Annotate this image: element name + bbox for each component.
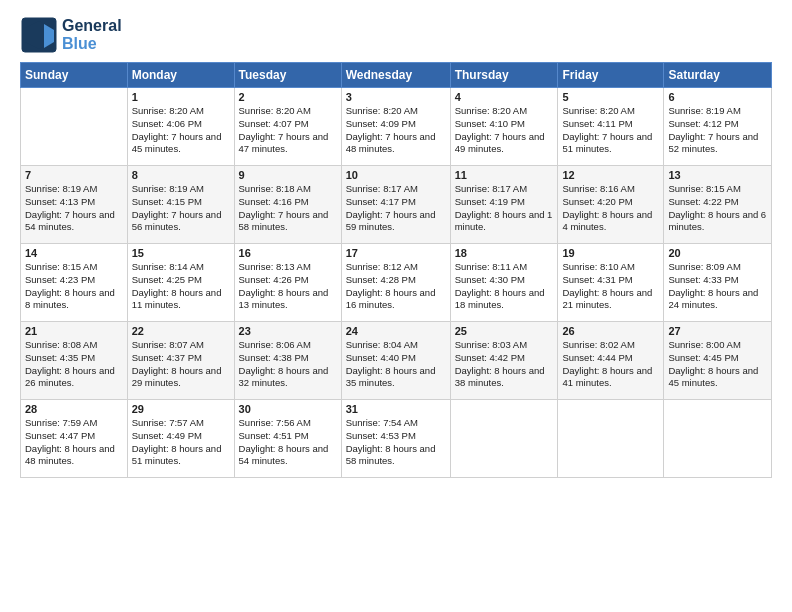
day-info: Sunrise: 8:00 AMSunset: 4:45 PMDaylight:… — [668, 339, 767, 390]
day-number: 17 — [346, 247, 446, 259]
calendar-cell: 12 Sunrise: 8:16 AMSunset: 4:20 PMDaylig… — [558, 166, 664, 244]
calendar-cell: 26 Sunrise: 8:02 AMSunset: 4:44 PMDaylig… — [558, 322, 664, 400]
day-info: Sunrise: 8:04 AMSunset: 4:40 PMDaylight:… — [346, 339, 446, 390]
header-cell-tuesday: Tuesday — [234, 63, 341, 88]
day-number: 31 — [346, 403, 446, 415]
week-row-4: 21 Sunrise: 8:08 AMSunset: 4:35 PMDaylig… — [21, 322, 772, 400]
calendar-cell: 28 Sunrise: 7:59 AMSunset: 4:47 PMDaylig… — [21, 400, 128, 478]
logo-line1: General — [62, 17, 122, 35]
calendar-cell: 8 Sunrise: 8:19 AMSunset: 4:15 PMDayligh… — [127, 166, 234, 244]
day-number: 1 — [132, 91, 230, 103]
calendar-cell — [450, 400, 558, 478]
calendar-cell: 22 Sunrise: 8:07 AMSunset: 4:37 PMDaylig… — [127, 322, 234, 400]
calendar-cell: 3 Sunrise: 8:20 AMSunset: 4:09 PMDayligh… — [341, 88, 450, 166]
day-number: 22 — [132, 325, 230, 337]
calendar-cell — [664, 400, 772, 478]
header-cell-thursday: Thursday — [450, 63, 558, 88]
day-info: Sunrise: 7:56 AMSunset: 4:51 PMDaylight:… — [239, 417, 337, 468]
calendar-cell: 31 Sunrise: 7:54 AMSunset: 4:53 PMDaylig… — [341, 400, 450, 478]
day-info: Sunrise: 8:11 AMSunset: 4:30 PMDaylight:… — [455, 261, 554, 312]
day-number: 14 — [25, 247, 123, 259]
calendar-cell: 17 Sunrise: 8:12 AMSunset: 4:28 PMDaylig… — [341, 244, 450, 322]
day-number: 6 — [668, 91, 767, 103]
calendar-cell: 15 Sunrise: 8:14 AMSunset: 4:25 PMDaylig… — [127, 244, 234, 322]
day-info: Sunrise: 7:54 AMSunset: 4:53 PMDaylight:… — [346, 417, 446, 468]
day-number: 4 — [455, 91, 554, 103]
day-number: 8 — [132, 169, 230, 181]
calendar-cell: 5 Sunrise: 8:20 AMSunset: 4:11 PMDayligh… — [558, 88, 664, 166]
calendar-cell: 7 Sunrise: 8:19 AMSunset: 4:13 PMDayligh… — [21, 166, 128, 244]
week-row-2: 7 Sunrise: 8:19 AMSunset: 4:13 PMDayligh… — [21, 166, 772, 244]
logo-icon — [20, 16, 58, 54]
day-number: 9 — [239, 169, 337, 181]
day-number: 18 — [455, 247, 554, 259]
calendar-cell: 27 Sunrise: 8:00 AMSunset: 4:45 PMDaylig… — [664, 322, 772, 400]
day-info: Sunrise: 8:20 AMSunset: 4:09 PMDaylight:… — [346, 105, 446, 156]
week-row-5: 28 Sunrise: 7:59 AMSunset: 4:47 PMDaylig… — [21, 400, 772, 478]
day-number: 25 — [455, 325, 554, 337]
day-info: Sunrise: 8:19 AMSunset: 4:15 PMDaylight:… — [132, 183, 230, 234]
day-info: Sunrise: 8:15 AMSunset: 4:23 PMDaylight:… — [25, 261, 123, 312]
header-cell-monday: Monday — [127, 63, 234, 88]
day-info: Sunrise: 8:17 AMSunset: 4:17 PMDaylight:… — [346, 183, 446, 234]
day-number: 26 — [562, 325, 659, 337]
day-info: Sunrise: 8:02 AMSunset: 4:44 PMDaylight:… — [562, 339, 659, 390]
header-cell-friday: Friday — [558, 63, 664, 88]
day-number: 19 — [562, 247, 659, 259]
day-number: 11 — [455, 169, 554, 181]
day-info: Sunrise: 8:12 AMSunset: 4:28 PMDaylight:… — [346, 261, 446, 312]
day-info: Sunrise: 8:18 AMSunset: 4:16 PMDaylight:… — [239, 183, 337, 234]
day-number: 16 — [239, 247, 337, 259]
calendar-cell: 11 Sunrise: 8:17 AMSunset: 4:19 PMDaylig… — [450, 166, 558, 244]
logo-line2: Blue — [62, 35, 122, 53]
day-number: 10 — [346, 169, 446, 181]
day-info: Sunrise: 8:06 AMSunset: 4:38 PMDaylight:… — [239, 339, 337, 390]
day-number: 27 — [668, 325, 767, 337]
day-info: Sunrise: 8:20 AMSunset: 4:07 PMDaylight:… — [239, 105, 337, 156]
day-number: 5 — [562, 91, 659, 103]
calendar-cell: 18 Sunrise: 8:11 AMSunset: 4:30 PMDaylig… — [450, 244, 558, 322]
calendar-cell: 21 Sunrise: 8:08 AMSunset: 4:35 PMDaylig… — [21, 322, 128, 400]
calendar-cell: 24 Sunrise: 8:04 AMSunset: 4:40 PMDaylig… — [341, 322, 450, 400]
calendar-cell: 9 Sunrise: 8:18 AMSunset: 4:16 PMDayligh… — [234, 166, 341, 244]
day-info: Sunrise: 8:10 AMSunset: 4:31 PMDaylight:… — [562, 261, 659, 312]
day-info: Sunrise: 8:13 AMSunset: 4:26 PMDaylight:… — [239, 261, 337, 312]
day-info: Sunrise: 8:03 AMSunset: 4:42 PMDaylight:… — [455, 339, 554, 390]
calendar-cell — [558, 400, 664, 478]
header-cell-wednesday: Wednesday — [341, 63, 450, 88]
day-number: 28 — [25, 403, 123, 415]
day-number: 15 — [132, 247, 230, 259]
calendar-table: SundayMondayTuesdayWednesdayThursdayFrid… — [20, 62, 772, 478]
week-row-3: 14 Sunrise: 8:15 AMSunset: 4:23 PMDaylig… — [21, 244, 772, 322]
calendar-cell: 29 Sunrise: 7:57 AMSunset: 4:49 PMDaylig… — [127, 400, 234, 478]
day-info: Sunrise: 8:15 AMSunset: 4:22 PMDaylight:… — [668, 183, 767, 234]
calendar-cell: 16 Sunrise: 8:13 AMSunset: 4:26 PMDaylig… — [234, 244, 341, 322]
day-info: Sunrise: 8:20 AMSunset: 4:06 PMDaylight:… — [132, 105, 230, 156]
calendar-cell: 25 Sunrise: 8:03 AMSunset: 4:42 PMDaylig… — [450, 322, 558, 400]
day-number: 21 — [25, 325, 123, 337]
calendar-cell: 13 Sunrise: 8:15 AMSunset: 4:22 PMDaylig… — [664, 166, 772, 244]
day-info: Sunrise: 8:09 AMSunset: 4:33 PMDaylight:… — [668, 261, 767, 312]
day-info: Sunrise: 8:08 AMSunset: 4:35 PMDaylight:… — [25, 339, 123, 390]
calendar-cell: 14 Sunrise: 8:15 AMSunset: 4:23 PMDaylig… — [21, 244, 128, 322]
week-row-1: 1 Sunrise: 8:20 AMSunset: 4:06 PMDayligh… — [21, 88, 772, 166]
day-number: 12 — [562, 169, 659, 181]
header-row: SundayMondayTuesdayWednesdayThursdayFrid… — [21, 63, 772, 88]
header: General Blue — [20, 16, 772, 54]
day-info: Sunrise: 8:19 AMSunset: 4:12 PMDaylight:… — [668, 105, 767, 156]
header-cell-saturday: Saturday — [664, 63, 772, 88]
day-info: Sunrise: 7:59 AMSunset: 4:47 PMDaylight:… — [25, 417, 123, 468]
day-number: 2 — [239, 91, 337, 103]
calendar-cell: 4 Sunrise: 8:20 AMSunset: 4:10 PMDayligh… — [450, 88, 558, 166]
calendar-cell: 10 Sunrise: 8:17 AMSunset: 4:17 PMDaylig… — [341, 166, 450, 244]
day-number: 13 — [668, 169, 767, 181]
day-info: Sunrise: 8:16 AMSunset: 4:20 PMDaylight:… — [562, 183, 659, 234]
calendar-cell: 2 Sunrise: 8:20 AMSunset: 4:07 PMDayligh… — [234, 88, 341, 166]
day-number: 30 — [239, 403, 337, 415]
day-info: Sunrise: 8:14 AMSunset: 4:25 PMDaylight:… — [132, 261, 230, 312]
day-number: 20 — [668, 247, 767, 259]
day-info: Sunrise: 7:57 AMSunset: 4:49 PMDaylight:… — [132, 417, 230, 468]
day-number: 3 — [346, 91, 446, 103]
day-number: 23 — [239, 325, 337, 337]
calendar-cell: 23 Sunrise: 8:06 AMSunset: 4:38 PMDaylig… — [234, 322, 341, 400]
